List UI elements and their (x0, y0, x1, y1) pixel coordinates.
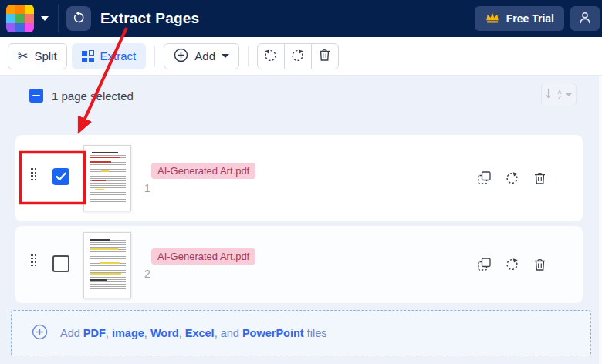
logo-cell (15, 5, 25, 14)
logo-cell (25, 5, 34, 14)
rotate-page-button[interactable] (505, 170, 519, 185)
extract-label: Extract (100, 49, 137, 62)
extract-pages-icon (82, 50, 94, 62)
app-window: Extract Pages Free Trial (0, 0, 602, 364)
plus-circle-icon (32, 324, 48, 343)
file-name-badge: AI-Generated Art.pdf (151, 248, 255, 265)
rotate-page-button[interactable] (505, 257, 519, 271)
split-label: Split (34, 49, 56, 62)
app-logo[interactable] (6, 5, 34, 32)
row-actions (477, 257, 547, 271)
user-icon (578, 11, 592, 27)
file-name-badge: AI-Generated Art.pdf (151, 163, 255, 179)
profile-button[interactable] (570, 6, 600, 31)
scrollbar-track[interactable] (599, 76, 602, 364)
logo-cell (6, 5, 15, 14)
thumbnail-text-lines (90, 153, 126, 203)
sort-letters: A Z (557, 89, 561, 100)
free-trial-button[interactable]: Free Trial (475, 6, 564, 31)
logo-cell (6, 23, 15, 32)
toolbar-divider (248, 46, 249, 66)
add-files-text: Add PDF, image, Word, Excel, and PowerPo… (60, 327, 327, 339)
page-info: AI-Generated Art.pdf 2 (144, 248, 255, 280)
sort-az-icon (546, 88, 553, 102)
top-bar: Extract Pages Free Trial (0, 0, 602, 37)
logo-cell (15, 23, 25, 32)
scissors-icon: ✂ (18, 50, 28, 62)
reset-icon (72, 11, 86, 27)
page-checkbox-unchecked[interactable] (52, 255, 69, 272)
page-number: 1 (144, 182, 150, 194)
logo-cell (25, 23, 34, 32)
add-files-dropzone[interactable]: Add PDF, image, Word, Excel, and PowerPo… (11, 310, 591, 356)
thumbnail-text-lines (90, 240, 126, 290)
delete-button[interactable] (311, 43, 339, 69)
sort-caret-icon (566, 93, 572, 96)
duplicate-page-button[interactable] (477, 170, 492, 185)
duplicate-page-button[interactable] (477, 257, 492, 271)
page-info: AI-Generated Art.pdf 1 (144, 163, 255, 194)
logo-cell (25, 14, 34, 23)
selection-count-label: 1 page selected (52, 89, 134, 103)
selection-bar: 1 page selected (0, 76, 602, 116)
redo-button[interactable] (284, 43, 312, 69)
delete-page-button[interactable] (533, 257, 547, 271)
undo-icon (263, 48, 278, 65)
topbar-divider (58, 5, 59, 32)
page-checkbox-checked[interactable] (52, 168, 69, 185)
split-button[interactable]: ✂ Split (8, 43, 67, 69)
page-number: 2 (144, 268, 150, 280)
undo-button[interactable] (257, 43, 285, 69)
add-button[interactable]: Add (164, 43, 239, 69)
redo-icon (290, 48, 305, 65)
logo-cell (6, 14, 15, 23)
toolbar-divider (154, 46, 155, 66)
reset-button[interactable] (66, 6, 91, 31)
page-row-2: AI-Generated Art.pdf 2 (15, 226, 583, 303)
page-thumbnail[interactable] (83, 145, 131, 211)
logo-cell (15, 14, 25, 23)
delete-page-button[interactable] (533, 170, 547, 185)
page-title: Extract Pages (100, 10, 199, 27)
edit-toolbar: ✂ Split Extract Add (0, 37, 602, 76)
add-label: Add (194, 49, 215, 62)
select-all-checkbox[interactable] (29, 89, 43, 103)
free-trial-label: Free Trial (506, 12, 554, 25)
drag-handle[interactable] (31, 254, 37, 267)
page-row-1: AI-Generated Art.pdf 1 (15, 135, 583, 221)
drag-handle[interactable] (31, 168, 37, 181)
extract-button[interactable]: Extract (72, 43, 147, 69)
add-caret-icon (222, 54, 229, 58)
trash-icon (318, 48, 331, 64)
row-actions (477, 170, 547, 185)
app-menu-caret-icon[interactable] (41, 16, 49, 21)
plus-circle-icon (174, 48, 188, 65)
sort-button[interactable]: A Z (541, 83, 577, 106)
crown-icon (485, 11, 500, 26)
page-thumbnail[interactable] (83, 232, 131, 298)
